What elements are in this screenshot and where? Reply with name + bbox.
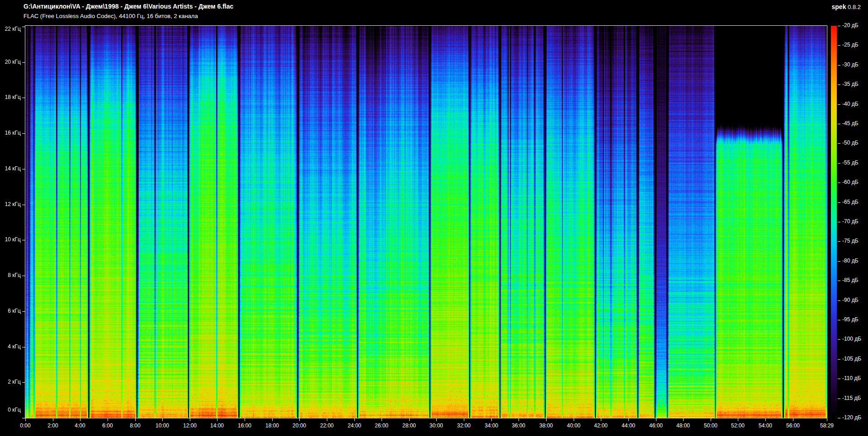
time-tick-label: 20:00 <box>286 422 313 429</box>
db-tick-label: -55 дБ <box>842 159 859 166</box>
time-tick-mark <box>711 418 711 421</box>
db-tick-mark <box>838 163 840 164</box>
db-tick-mark <box>838 222 840 222</box>
db-tick-mark <box>838 418 840 418</box>
time-tick-label: 16:00 <box>231 422 258 429</box>
time-tick-mark <box>272 418 273 421</box>
db-tick-label: -35 дБ <box>842 81 859 87</box>
time-tick-label: 34:00 <box>478 422 505 429</box>
time-tick-mark <box>601 418 601 421</box>
freq-tick-label: 0 кГц <box>0 407 21 413</box>
db-tick-label: -20 дБ <box>842 22 859 28</box>
time-tick-mark <box>354 418 355 421</box>
db-tick-mark <box>838 339 840 340</box>
time-tick-mark <box>628 418 629 421</box>
time-tick-mark <box>135 418 136 421</box>
freq-tick-label: 20 кГц <box>0 59 21 65</box>
time-tick-label: 32:00 <box>450 422 477 429</box>
db-tick-label: -85 дБ <box>842 277 859 283</box>
db-tick-mark <box>838 84 840 85</box>
time-tick-label: 12:00 <box>176 422 203 429</box>
db-tick-label: -120 дБ <box>842 414 861 421</box>
time-tick-label: 0:00 <box>12 422 39 429</box>
db-tick-label: -110 дБ <box>842 375 861 381</box>
freq-tick-mark <box>22 311 25 312</box>
freq-tick-label: 12 кГц <box>0 201 21 207</box>
db-tick-label: -115 дБ <box>842 395 861 401</box>
freq-tick-label: 16 кГц <box>0 130 21 136</box>
db-tick-label: -100 дБ <box>842 336 861 342</box>
app-version: 0.8.2 <box>848 4 861 10</box>
time-tick-mark <box>327 418 327 421</box>
time-tick-label: 50:00 <box>697 422 724 429</box>
db-tick-mark <box>838 104 840 105</box>
time-tick-mark <box>464 418 464 421</box>
db-tick-mark <box>838 379 840 379</box>
app-brand: spek 0.8.2 <box>832 3 861 10</box>
db-tick-mark <box>838 320 840 320</box>
db-tick-label: -105 дБ <box>842 356 861 362</box>
freq-tick-label: 22 кГц <box>0 26 21 32</box>
db-tick-label: -75 дБ <box>842 238 859 244</box>
db-colorbar-canvas <box>831 26 837 418</box>
format-info: FLAC (Free Lossless Audio Codec), 44100 … <box>24 13 198 19</box>
time-tick-label: 46:00 <box>642 422 670 429</box>
time-tick-label: 38:00 <box>533 422 560 429</box>
time-tick-mark <box>738 418 738 421</box>
time-tick-label: 44:00 <box>615 422 642 429</box>
db-tick-mark <box>838 261 840 262</box>
time-tick-label: 40:00 <box>560 422 587 429</box>
time-tick-mark <box>245 418 245 421</box>
db-tick-mark <box>838 300 840 301</box>
freq-tick-label: 4 кГц <box>0 343 21 350</box>
db-tick-mark <box>838 241 840 242</box>
time-tick-mark <box>656 418 656 421</box>
db-tick-label: -80 дБ <box>842 258 859 264</box>
time-tick-label: 10:00 <box>149 422 176 429</box>
time-tick-mark <box>217 418 217 421</box>
db-tick-label: -65 дБ <box>842 199 859 205</box>
db-tick-label: -70 дБ <box>842 218 859 225</box>
time-tick-label: 4:00 <box>66 422 94 429</box>
time-tick-mark <box>190 418 190 421</box>
db-tick-label: -50 дБ <box>842 140 859 146</box>
time-tick-label: 22:00 <box>313 422 340 429</box>
time-tick-label: 14:00 <box>203 422 231 429</box>
freq-tick-label: 14 кГц <box>0 165 21 172</box>
db-tick-label: -40 дБ <box>842 101 859 107</box>
db-tick-label: -95 дБ <box>842 316 859 323</box>
file-path-title: G:\Антициклон\VA - Джем\1998 - Джем 6\Va… <box>24 3 233 10</box>
time-tick-mark <box>574 418 574 421</box>
time-tick-label: 56:00 <box>779 422 807 429</box>
freq-tick-mark <box>22 169 25 169</box>
freq-tick-mark <box>22 240 25 240</box>
freq-tick-mark <box>22 133 25 134</box>
db-tick-label: -25 дБ <box>842 42 859 48</box>
db-tick-label: -90 дБ <box>842 297 859 303</box>
time-tick-label: 24:00 <box>341 422 368 429</box>
freq-tick-label: 10 кГц <box>0 236 21 243</box>
spek-window: G:\Антициклон\VA - Джем\1998 - Джем 6\Va… <box>0 0 868 436</box>
db-tick-mark <box>838 398 840 399</box>
time-tick-label: 58:29 <box>813 422 840 429</box>
time-tick-label: 8:00 <box>122 422 149 429</box>
time-tick-label: 6:00 <box>94 422 121 429</box>
time-tick-mark <box>491 418 492 421</box>
db-tick-label: -30 дБ <box>842 61 859 68</box>
time-tick-label: 28:00 <box>396 422 423 429</box>
db-tick-mark <box>838 359 840 360</box>
time-tick-label: 54:00 <box>752 422 779 429</box>
time-tick-label: 2:00 <box>39 422 66 429</box>
freq-tick-label: 18 кГц <box>0 94 21 100</box>
db-tick-mark <box>838 183 840 183</box>
time-tick-label: 26:00 <box>368 422 395 429</box>
time-tick-label: 52:00 <box>724 422 751 429</box>
time-tick-mark <box>683 418 684 421</box>
time-tick-mark <box>80 418 80 421</box>
db-tick-mark <box>838 202 840 203</box>
freq-tick-mark <box>22 205 25 205</box>
db-tick-mark <box>838 65 840 66</box>
time-tick-label: 42:00 <box>587 422 614 429</box>
freq-tick-label: 8 кГц <box>0 272 21 278</box>
db-tick-label: -45 дБ <box>842 120 859 127</box>
